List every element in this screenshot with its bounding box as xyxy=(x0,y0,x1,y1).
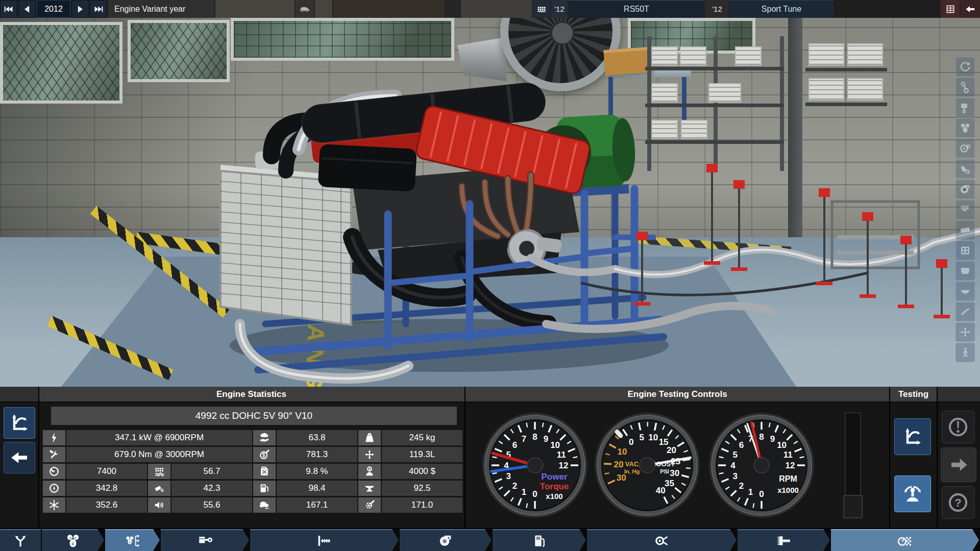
dyno-graph-button[interactable] xyxy=(4,407,35,439)
svg-text:10: 10 xyxy=(777,440,787,450)
svg-text:7: 7 xyxy=(522,434,526,444)
stats-back-button[interactable] xyxy=(4,442,35,473)
tool-headers-small-button[interactable] xyxy=(955,200,975,219)
tab-headers-comb[interactable] xyxy=(738,529,830,551)
svg-text:30: 30 xyxy=(670,468,679,478)
top-bar-spacer xyxy=(333,0,445,18)
year-skip-back-button[interactable] xyxy=(0,0,17,18)
smoothness-icon xyxy=(154,483,165,494)
year-field[interactable]: 2012 xyxy=(37,0,70,18)
family-year-badge: '12 xyxy=(551,0,568,18)
tab-flow-arrows[interactable] xyxy=(0,529,41,551)
tab-piston[interactable] xyxy=(161,529,249,551)
exhaust-icon xyxy=(654,533,670,548)
stat-value: 347.1 kW @ 6900RPM xyxy=(66,430,252,445)
svg-text:20: 20 xyxy=(614,460,624,469)
back-arrow-icon xyxy=(9,447,30,468)
tool-cylinder-head-button[interactable] xyxy=(955,118,975,138)
stat-value: 7400 xyxy=(66,464,147,479)
material-cost-icon: $ xyxy=(364,466,375,477)
engine-breadcrumb-button[interactable] xyxy=(533,0,550,18)
stat-value: 171.0 xyxy=(382,497,462,513)
throttle-slider-handle[interactable] xyxy=(843,495,863,518)
tool-conrod-button[interactable] xyxy=(955,78,975,97)
svg-text:10: 10 xyxy=(550,440,560,450)
torque-icon xyxy=(43,447,65,462)
max-rpm-icon xyxy=(43,464,65,479)
headers-small-icon xyxy=(959,204,971,216)
tool-turbo-small-button[interactable] xyxy=(955,180,975,199)
tab-engine-variant[interactable]: Sport Tune xyxy=(730,0,833,18)
manual-control-button[interactable] xyxy=(894,475,931,512)
svg-text:10: 10 xyxy=(618,447,627,457)
tab-crankshaft[interactable] xyxy=(250,529,399,551)
tool-intake-button[interactable] xyxy=(955,159,975,179)
tab-engine-family[interactable] xyxy=(42,529,104,551)
designer-tab-bar xyxy=(0,528,980,551)
tab-exhaust[interactable] xyxy=(587,529,737,551)
tool-crankcase-button[interactable] xyxy=(955,261,975,281)
rpm-gauge: 0123456789101112RPMx1000 xyxy=(708,412,815,519)
tool-walk-mode-button[interactable] xyxy=(955,343,975,362)
warnings-button[interactable] xyxy=(942,411,974,443)
fuel-can-icon xyxy=(253,464,276,479)
svg-text:$: $ xyxy=(369,467,371,471)
tab-testing[interactable] xyxy=(831,529,979,551)
arrow-right-icon xyxy=(948,454,969,475)
tool-engine-block-button[interactable] xyxy=(955,241,975,260)
svg-text:6: 6 xyxy=(512,440,517,450)
year-step-back-button[interactable] xyxy=(18,0,36,18)
dyno-curves-button[interactable] xyxy=(894,418,931,455)
engineering-icon xyxy=(364,499,375,511)
svg-text:91: 91 xyxy=(262,485,264,488)
svg-text:5: 5 xyxy=(640,433,644,442)
tool-pulley-button[interactable] xyxy=(955,139,975,158)
svg-text:PSI: PSI xyxy=(660,468,669,474)
svg-text:Torque: Torque xyxy=(540,482,569,491)
tab-turbo[interactable] xyxy=(400,529,492,551)
svg-text:11: 11 xyxy=(783,450,793,460)
svg-text:In. Hg: In. Hg xyxy=(624,468,640,474)
tool-oil-pan-button[interactable] xyxy=(955,282,975,301)
summary-table-button[interactable] xyxy=(941,0,960,18)
exit-back-button[interactable] xyxy=(961,0,980,18)
conrod-icon xyxy=(959,81,971,93)
cylinder-head-icon xyxy=(959,122,971,134)
size-icon xyxy=(364,449,375,460)
tool-piston-small-button[interactable] xyxy=(955,98,975,117)
piston-icon xyxy=(198,533,213,548)
svg-text:12: 12 xyxy=(559,461,569,470)
year-step-forward-button[interactable] xyxy=(71,0,89,18)
next-step-button[interactable] xyxy=(941,447,976,482)
tool-exhaust-pipe-button[interactable] xyxy=(955,302,975,321)
skip-forward-icon xyxy=(93,4,104,14)
step-forward-icon xyxy=(75,4,85,14)
engine-grid-icon xyxy=(536,4,547,15)
3d-viewport[interactable]: DANGER xyxy=(0,18,980,387)
fuel-can-icon xyxy=(259,466,270,477)
car-view-button[interactable] xyxy=(296,0,314,18)
emissions-icon xyxy=(253,497,276,513)
tool-move-button[interactable] xyxy=(955,322,975,342)
help-button[interactable]: ? xyxy=(942,486,974,519)
svg-text:12: 12 xyxy=(786,461,795,470)
year-skip-forward-button[interactable] xyxy=(90,0,107,18)
testing-title: Testing xyxy=(889,387,938,402)
turbo-small-icon xyxy=(959,183,971,195)
tool-rotate-camera-button[interactable] xyxy=(955,57,975,77)
tooling-icon xyxy=(358,481,381,496)
tab-fuel-pump[interactable] xyxy=(493,529,586,551)
svg-text:8: 8 xyxy=(532,432,537,442)
pulley-icon xyxy=(959,142,971,155)
smoothness-icon xyxy=(148,481,170,496)
svg-text:10: 10 xyxy=(648,433,658,442)
engine-name: 4992 cc DOHC 5V 90° V10 xyxy=(51,407,457,425)
tab-engine-variant[interactable] xyxy=(105,529,160,551)
tab-engine-family[interactable]: RS50T xyxy=(569,0,704,18)
weight-icon xyxy=(358,430,381,445)
svg-text:$: $ xyxy=(262,453,265,458)
tool-valve-cover-button[interactable] xyxy=(955,220,975,240)
testing-icon xyxy=(897,533,913,548)
back-arrow-icon xyxy=(965,4,976,15)
piston-small-icon xyxy=(959,102,971,114)
